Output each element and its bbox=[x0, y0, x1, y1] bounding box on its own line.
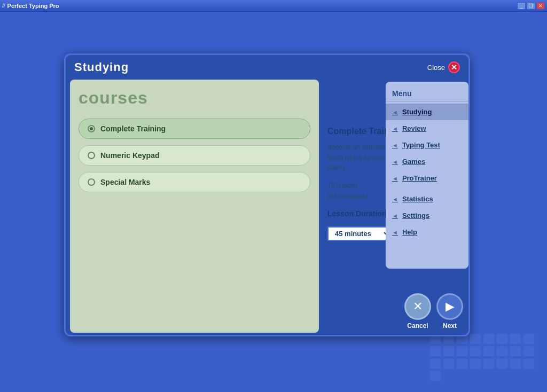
minimize-button[interactable]: _ bbox=[517, 2, 526, 10]
app-title: Perfect Typing Pro bbox=[7, 3, 59, 9]
menu-label-protrainer: ProTrainer bbox=[402, 174, 437, 182]
cancel-button[interactable]: ✕ Cancel bbox=[404, 293, 431, 330]
radio-numeric-keypad[interactable] bbox=[88, 152, 95, 159]
next-icon-circle: ▶ bbox=[436, 293, 463, 320]
menu-arrow-protrainer: ◄ bbox=[392, 175, 398, 182]
course-item-numeric-keypad[interactable]: Numeric Keypad bbox=[79, 145, 310, 166]
taskbar: // Perfect Typing Pro _ ❐ ✕ bbox=[0, 0, 547, 12]
taskbar-controls: _ ❐ ✕ bbox=[517, 2, 545, 10]
menu-arrow-statistics: ◄ bbox=[392, 196, 398, 202]
menu-item-games[interactable]: ◄ Games bbox=[386, 153, 468, 170]
courses-heading: courses bbox=[79, 88, 310, 108]
radio-complete-training[interactable] bbox=[88, 125, 95, 132]
menu-label-typing-test: Typing Test bbox=[402, 141, 440, 149]
duration-dropdown[interactable]: 15 minutes 30 minutes 45 minutes 60 minu… bbox=[327, 226, 392, 241]
menu-item-settings[interactable]: ◄ Settings bbox=[386, 207, 468, 224]
menu-arrow-typing-test: ◄ bbox=[392, 142, 398, 148]
menu-arrow-studying: ◄ bbox=[392, 109, 398, 115]
menu-arrow-help: ◄ bbox=[392, 229, 398, 236]
menu-label-studying: Studying bbox=[402, 108, 432, 116]
course-item-special-marks[interactable]: Special Marks bbox=[79, 172, 310, 192]
course-label-numeric-keypad: Numeric Keypad bbox=[100, 151, 159, 160]
dialog-title: Studying bbox=[74, 60, 129, 74]
menu-label-statistics: Statistics bbox=[402, 195, 433, 203]
menu-item-review[interactable]: ◄ Review bbox=[386, 120, 468, 137]
menu-sidebar: Menu ◄ Studying ◄ Review ◄ Typing Test ◄… bbox=[386, 82, 468, 269]
cancel-label: Cancel bbox=[407, 322, 428, 330]
menu-label-help: Help bbox=[402, 228, 417, 236]
next-button[interactable]: ▶ Next bbox=[436, 293, 463, 330]
app-icon: // bbox=[2, 3, 5, 9]
menu-item-statistics[interactable]: ◄ Statistics bbox=[386, 191, 468, 207]
close-label: Close bbox=[427, 64, 445, 72]
menu-arrow-games: ◄ bbox=[392, 159, 398, 165]
cancel-icon-circle: ✕ bbox=[404, 293, 431, 320]
dialog-header: Studying Close ✕ bbox=[66, 55, 468, 80]
restore-button[interactable]: ❐ bbox=[527, 2, 535, 10]
menu-item-help[interactable]: ◄ Help bbox=[386, 224, 468, 240]
course-label-special-marks: Special Marks bbox=[100, 178, 150, 186]
course-label-complete-training: Complete Training bbox=[100, 124, 166, 133]
background-decoration bbox=[429, 334, 536, 381]
radio-special-marks[interactable] bbox=[88, 178, 95, 186]
close-area: Close ✕ bbox=[427, 61, 460, 73]
menu-item-protrainer[interactable]: ◄ ProTrainer bbox=[386, 170, 468, 186]
bottom-buttons: ✕ Cancel ▶ Next bbox=[404, 293, 463, 330]
menu-arrow-settings: ◄ bbox=[392, 213, 398, 219]
menu-header: Menu bbox=[386, 86, 468, 101]
menu-item-typing-test[interactable]: ◄ Typing Test bbox=[386, 137, 468, 153]
course-item-complete-training[interactable]: Complete Training bbox=[79, 119, 310, 139]
menu-item-studying[interactable]: ◄ Studying bbox=[386, 104, 468, 120]
taskbar-title: // Perfect Typing Pro bbox=[2, 3, 517, 9]
next-label: Next bbox=[443, 322, 457, 330]
taskbar-close-button[interactable]: ✕ bbox=[536, 2, 545, 10]
menu-label-review: Review bbox=[402, 124, 426, 132]
menu-label-settings: Settings bbox=[402, 211, 429, 219]
courses-panel: courses Complete Training Numeric Keypad… bbox=[70, 80, 319, 333]
menu-arrow-review: ◄ bbox=[392, 126, 398, 132]
main-dialog: Studying Close ✕ courses Complete Traini… bbox=[64, 53, 470, 336]
menu-label-games: Games bbox=[402, 158, 425, 166]
close-button[interactable]: ✕ bbox=[448, 61, 460, 73]
